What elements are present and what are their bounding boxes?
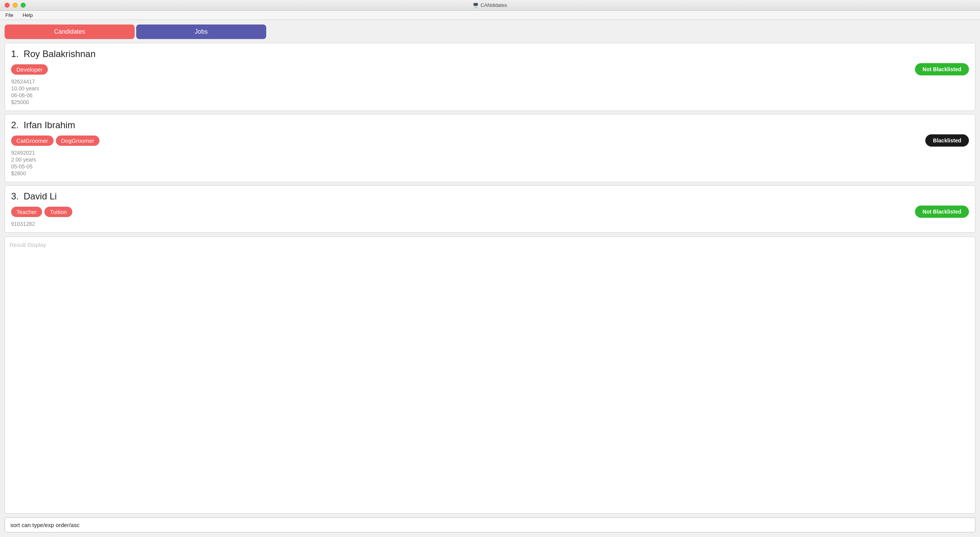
candidate-tag[interactable]: CatGroomer [11,135,54,146]
menu-file[interactable]: File [4,11,15,19]
status-badge[interactable]: Not Blacklisted [915,63,969,75]
candidate-tags-group: Developer [11,64,48,75]
tab-jobs[interactable]: Jobs [136,24,266,39]
candidate-phone: 91031282 [11,221,969,227]
result-display: Result Display [5,237,975,514]
traffic-lights[interactable] [5,3,26,8]
candidate-tags-group: CatGroomerDogGroomer [11,135,99,146]
candidate-tags-row: DeveloperNot Blacklisted [11,63,969,75]
command-bar [5,517,975,532]
candidates-list: 1. Roy BalakrishnanDeveloperNot Blacklis… [5,43,975,233]
candidate-tag[interactable]: DogGroomer [56,135,100,146]
menu-help[interactable]: Help [21,11,34,19]
candidate-tag[interactable]: Developer [11,64,48,75]
minimize-button[interactable] [13,3,18,8]
candidate-card: 3. David LiTeacherTuitionNot Blacklisted… [5,185,975,233]
candidate-salary: $25000 [11,99,969,105]
tab-candidates[interactable]: Candidates [5,24,135,39]
result-display-placeholder: Result Display [10,242,46,248]
close-button[interactable] [5,3,10,8]
maximize-button[interactable] [21,3,26,8]
candidate-info: 924920212.00 years05-05-05$2800 [11,150,969,176]
candidate-tag[interactable]: Tuition [44,207,72,217]
candidate-experience: 10.00 years [11,85,969,91]
menu-bar: File Help [0,11,980,20]
candidate-experience: 2.00 years [11,157,969,163]
candidate-card: 1. Roy BalakrishnanDeveloperNot Blacklis… [5,43,975,111]
candidate-info: 91031282 [11,221,969,227]
status-badge[interactable]: Not Blacklisted [915,206,969,218]
title-bar: 🖥️ CANdidates [0,0,980,11]
candidate-date: 06-06-06 [11,92,969,98]
window-title: 🖥️ CANdidates [473,2,507,8]
candidate-name: 3. David Li [11,191,969,202]
status-badge[interactable]: Blacklisted [925,134,969,147]
candidate-tags-group: TeacherTuition [11,207,72,217]
main-content: Candidates Jobs 1. Roy BalakrishnanDevel… [0,20,980,537]
candidate-date: 05-05-05 [11,163,969,170]
candidate-tags-row: CatGroomerDogGroomerBlacklisted [11,134,969,147]
app-icon: 🖥️ [473,3,479,8]
candidate-name: 2. Irfan Ibrahim [11,120,969,131]
candidate-tag[interactable]: Teacher [11,207,42,217]
tab-bar: Candidates Jobs [5,24,975,39]
candidate-name: 1. Roy Balakrishnan [11,49,969,59]
candidate-salary: $2800 [11,170,969,176]
candidate-phone: 92624417 [11,78,969,85]
candidate-info: 9262441710.00 years06-06-06$25000 [11,78,969,105]
candidate-card: 2. Irfan IbrahimCatGroomerDogGroomerBlac… [5,114,975,182]
candidate-tags-row: TeacherTuitionNot Blacklisted [11,206,969,218]
command-input[interactable] [10,522,970,528]
candidate-phone: 92492021 [11,150,969,156]
